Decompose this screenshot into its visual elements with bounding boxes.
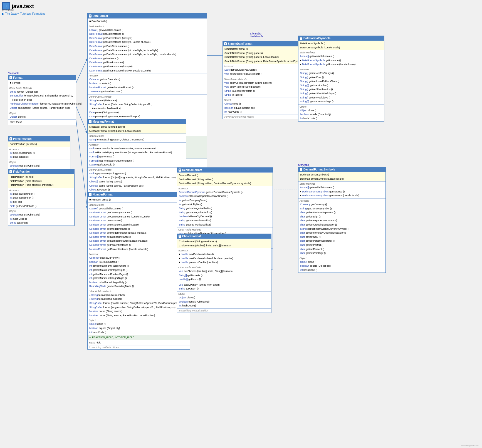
dfs-a4: String[][] get/setMonths () — [300, 83, 383, 88]
df-s7: DateFormat getDateTimeInstance (int date… — [89, 52, 206, 56]
fp-obj1: boolean equals (Object obj) — [9, 213, 73, 217]
nf-other-title: Other Public Methods — [89, 290, 189, 293]
cf-header: T ChoiceFormat — [177, 234, 271, 239]
format-other-title: Other Public Methods — [9, 86, 75, 90]
cf-accessor-section: Accessor ♦ double nextDouble (double d) … — [177, 248, 271, 265]
dcfs-class-box: T DecimalFormatSymbols DecimalFormatSymb… — [298, 167, 386, 273]
nf-o5: Number parse (String source) — [89, 309, 189, 313]
pp-obj1: boolean equals (Object obj) — [9, 164, 69, 168]
format-row-2: StringBuffer format (Object obj, StringB… — [9, 94, 75, 98]
nf-icon: T — [89, 193, 92, 196]
dcfs-a4: char get/setDigit () — [300, 215, 384, 219]
mf-accessor-section: Accessor void setFormat (int formatEleme… — [88, 142, 186, 167]
cf-c1: ChoiceFormat (String newPattern) — [178, 239, 270, 244]
dcf-a4: int get/setMultiplier () — [178, 202, 271, 207]
fp-a3: int getField () — [9, 200, 73, 204]
dateformat-other-title: Other Public Methods — [89, 95, 206, 98]
nf-o4: StringBuffer format (long number, String… — [89, 305, 189, 310]
fp-c1: FieldPosition (int field) — [9, 175, 73, 179]
nf-accessor-title: Accessor — [89, 253, 189, 256]
dcfs-a8: char get/setMonetaryDecimalSeparator () — [300, 231, 384, 235]
dcfs-a10: char get/setPatternSeparator () — [300, 239, 384, 243]
dfs-c1: DateFormatSymbols () — [300, 41, 383, 46]
tutorial-link[interactable]: ▶ The Java™ Tutorials: Formatting — [2, 12, 46, 15]
cf-constructors: ChoiceFormat (String newPattern) ChoiceF… — [177, 239, 271, 248]
cf-overriding: 3 overriding methods hidden — [177, 308, 271, 313]
cf-object-section: Object Object clone () boolean equals (O… — [177, 291, 271, 308]
pp-accessor-section: Accessor int get/setErrorIndex () int ge… — [8, 147, 70, 160]
mf-c2: MessageFormat (String pattern, Locale lo… — [89, 129, 185, 133]
dfs-icon: T — [300, 37, 302, 40]
fieldposition-class-box: T FieldPosition FieldPosition (int field… — [8, 169, 75, 226]
nf-s1: Locale[] getAvailableLocales () — [89, 207, 189, 211]
dcfs-a12: char get/setPercent () — [300, 247, 384, 251]
dfs-a6: String[] get/setShortWeekdays () — [300, 91, 383, 96]
nf-static-title: Static Methods — [89, 203, 189, 207]
nf-c1: int FRACTION_FIELD, INTEGER_FIELD — [89, 336, 189, 339]
sdf-title: SimpleDateFormat — [228, 42, 252, 45]
dcfs-a13: char get/setZeroDigit () — [300, 251, 384, 255]
mf-static-title: Static Methods — [89, 134, 185, 138]
df-o5: Date parse (String source, ParsePosition… — [89, 115, 206, 119]
nf-s3: NumberFormat getCurrencyInstance (Locale… — [89, 215, 189, 219]
dfs-header: T DateFormatSymbols — [298, 36, 384, 41]
cf-other-section: Other Public Methods void setChoices (do… — [177, 265, 271, 282]
fp-a2: int get/setEndIndex () — [9, 196, 73, 200]
format-row-5: Object parseObject (String source, Parse… — [9, 106, 75, 110]
watermark: www.diagrams.net — [461, 444, 479, 447]
cf-icon: T — [179, 235, 181, 238]
cf-a2: ♦ double nextDouble (double d, boolean p… — [178, 256, 270, 261]
cf-extra-section: void applyPattern (String newPattern) St… — [177, 282, 271, 291]
nf-a2: boolean isGroupingUsed () — [89, 260, 189, 264]
nf-s5: NumberFormat getInstance (Locale inLocal… — [89, 223, 189, 227]
format-field-section: class Field — [8, 119, 76, 125]
nf-a5: int get/setMinimumFractionDigits () — [89, 272, 189, 276]
fp-accessor-title: Accessor — [9, 189, 73, 192]
fp-title: FieldPosition — [13, 170, 31, 173]
fp-header: T FieldPosition — [8, 169, 74, 174]
fp-icon: T — [9, 170, 12, 173]
nf-obj1: Object clone () — [89, 322, 189, 326]
choiceformat-class-box: T ChoiceFormat ChoiceFormat (String newP… — [177, 234, 271, 313]
format-class-title: Format — [13, 76, 23, 79]
pp-a1: int get/setErrorIndex () — [9, 151, 69, 155]
cf-e2: String toPattern () — [178, 287, 270, 291]
dcfs-a9: char get/setNaN () — [300, 235, 384, 239]
dcf-accessor-title: Accessor — [178, 187, 271, 190]
df-a3: NumberFormat get/setNumberFormat () — [89, 85, 206, 90]
fp-obj3: String toString () — [9, 221, 73, 225]
format-class-box: T Format ■ Format () Other Public Method… — [8, 75, 76, 125]
df-s10: DateFormat getTimeInstance (int style) — [89, 65, 206, 69]
mf-a5: Locale get/setLocale () — [89, 163, 185, 167]
df-s5: DateFormat getDateTimeInstance () — [89, 44, 206, 48]
mf-o5: Object toPattern () — [89, 188, 185, 192]
mf-icon: T — [89, 120, 92, 123]
cf-a1: ♦ double nextDouble (double d) — [178, 252, 270, 256]
dfs-c2: DateFormatSymbols (Locale locale) — [300, 46, 383, 50]
dcf-a7: boolean isParseBigDecimal () — [178, 214, 271, 219]
format-constructor-section: ■ Format () — [8, 80, 76, 86]
df-s8: DateFormat getInstance () — [89, 56, 206, 61]
cf-o2: String[] getFormats () — [178, 273, 270, 278]
dfs-static-section: Static Methods Locale[] getAvailableLoca… — [298, 50, 384, 67]
dateformat-class-header: T DateFormat — [88, 14, 207, 18]
df-a4: TimeZone get/setTimeZone () — [89, 90, 206, 94]
nf-s9: NumberFormat getNumberInstance (Locale i… — [89, 239, 189, 243]
df-s3: DateFormat getDateInstance (int style) — [89, 36, 206, 40]
df-s11: DateFormat getTimeInstance (int style, L… — [89, 69, 206, 73]
nf-a3: int get/setMaximumFractionDigits () — [89, 264, 189, 268]
mf-static-section: Static Methods String format (String pat… — [88, 133, 186, 142]
dfs-title: DateFormatSymbols — [303, 37, 330, 40]
dfs-obj3: int hashCode () — [300, 117, 383, 121]
nf-const-section: int FRACTION_FIELD, INTEGER_FIELD — [88, 335, 190, 340]
nf-header: T NumberFormat — [88, 192, 190, 197]
dateformat-class-icon: T — [89, 14, 92, 18]
dfs-static-title: Static Methods — [300, 51, 383, 54]
nf-a7: boolean is/setParseIntegerOnly () — [89, 280, 189, 284]
fp-accessor-section: Accessor int get/setBeginIndex () int ge… — [8, 188, 74, 209]
dcfs-title: DecimalFormatSymbols — [303, 168, 335, 171]
dateformat-accessor-section: Accessor Calendar get/setCalendar () boo… — [88, 73, 207, 94]
dcfs-obj3: int hashCode () — [300, 268, 384, 272]
nf-s8: NumberFormat getNumberInstance () — [89, 235, 189, 239]
mf-a2: void setFormatsByArgumentIndex (int argu… — [89, 150, 185, 155]
